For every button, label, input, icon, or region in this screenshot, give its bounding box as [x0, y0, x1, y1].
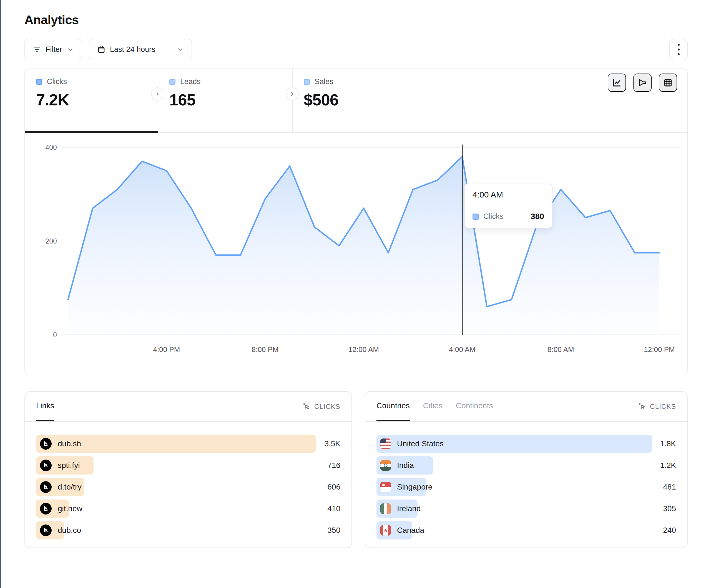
cursor-click-icon	[639, 403, 646, 410]
tooltip-time: 4:00 AM	[465, 184, 552, 205]
dub-logo-icon	[40, 438, 52, 450]
country-row[interactable]: India 1.2K	[376, 456, 676, 475]
sales-legend-square-icon	[304, 79, 310, 85]
country-row[interactable]: Singapore 481	[376, 478, 676, 496]
country-label: India	[397, 461, 414, 470]
y-tick-label: 200	[45, 237, 57, 245]
dub-logo-icon	[40, 481, 52, 493]
tab-links[interactable]: Links	[36, 392, 54, 421]
link-row[interactable]: git.new 410	[36, 499, 340, 518]
clicks-label: Clicks	[47, 77, 67, 86]
links-panel-header: Links CLICKS	[25, 392, 351, 422]
line-chart-view-button[interactable]	[608, 73, 626, 92]
toolbar: Filter Last 24 hours	[24, 39, 688, 60]
link-row[interactable]: dub.co 350	[36, 521, 340, 540]
chevron-down-icon	[177, 46, 184, 53]
y-tick-label: 400	[45, 143, 57, 151]
analytics-page: Analytics Filter Last 24 hours	[0, 0, 711, 548]
clicks-legend-square-icon	[36, 79, 42, 85]
more-options-button[interactable]	[669, 39, 688, 60]
link-clicks-value: 606	[327, 482, 340, 492]
link-clicks-value: 3.5K	[324, 439, 340, 448]
country-clicks-value: 1.8K	[660, 439, 676, 448]
link-label: spti.fyi	[58, 461, 80, 470]
filter-icon	[33, 45, 41, 54]
chevron-down-icon	[67, 46, 74, 53]
leads-value: 165	[169, 90, 292, 109]
country-label: Singapore	[397, 482, 433, 492]
link-row[interactable]: spti.fyi 716	[36, 456, 340, 475]
country-label: Canada	[397, 526, 424, 535]
x-tick-label: 12:00 AM	[348, 345, 379, 354]
countries-list: United States 1.8K India 1.2K Singapore …	[365, 422, 687, 540]
table-view-button[interactable]	[659, 73, 677, 92]
tooltip-series-label: Clicks	[483, 212, 526, 221]
date-range-label: Last 24 hours	[110, 45, 155, 54]
link-clicks-value: 716	[327, 461, 340, 470]
sales-value: $506	[304, 90, 412, 109]
x-tick-label: 8:00 AM	[547, 345, 574, 354]
countries-metric[interactable]: CLICKS	[639, 403, 676, 410]
x-tick-label: 12:00 PM	[644, 345, 675, 354]
dub-logo-icon	[40, 459, 52, 471]
country-label: United States	[397, 439, 444, 448]
link-label: dub.co	[58, 526, 81, 535]
country-label: Ireland	[397, 504, 421, 513]
page-title: Analytics	[24, 13, 688, 27]
tab-clicks[interactable]: Clicks 7.2K	[25, 69, 158, 132]
cursor-click-icon	[303, 403, 311, 410]
chart-view-switcher	[608, 69, 687, 132]
country-clicks-value: 481	[663, 482, 676, 492]
chart-tooltip: 4:00 AM Clicks 380	[464, 184, 553, 228]
x-tick-label: 4:00 PM	[153, 345, 180, 354]
link-clicks-value: 350	[327, 526, 340, 535]
tab-continents[interactable]: Continents	[456, 392, 493, 421]
sales-label: Sales	[315, 77, 333, 86]
tab-leads[interactable]: Leads 165	[158, 69, 292, 132]
link-row[interactable]: dub.sh 3.5K	[36, 435, 340, 453]
link-label: git.new	[58, 504, 83, 513]
dub-logo-icon	[40, 524, 52, 536]
country-row[interactable]: United States 1.8K	[376, 435, 676, 453]
link-label: d.to/try	[58, 482, 82, 492]
x-tick-label: 4:00 AM	[449, 345, 475, 354]
area-fill	[68, 157, 659, 335]
country-clicks-value: 305	[663, 504, 676, 513]
flag-icon	[380, 460, 391, 471]
clicks-area-chart[interactable]: 02004004:00 PM8:00 PM12:00 AM4:00 AM8:00…	[25, 133, 687, 375]
tooltip-value: 380	[531, 212, 544, 221]
left-edge-strip	[0, 0, 1, 588]
country-row[interactable]: Ireland 305	[376, 499, 676, 518]
country-clicks-value: 1.2K	[660, 461, 676, 470]
link-label: dub.sh	[58, 439, 81, 448]
leads-legend-square-icon	[169, 79, 175, 85]
date-range-button[interactable]: Last 24 hours	[89, 39, 192, 60]
countries-panel-header: Countries Cities Continents CLICKS	[365, 392, 687, 422]
analytics-card: Clicks 7.2K Leads 165	[24, 68, 688, 375]
tab-countries[interactable]: Countries	[376, 392, 410, 421]
x-tick-label: 8:00 PM	[252, 345, 279, 354]
flag-icon	[380, 503, 391, 514]
links-panel: Links CLICKS dub.sh 3.5K spti.fyi 716	[24, 391, 352, 548]
flag-icon	[380, 438, 391, 449]
flag-icon	[380, 482, 391, 492]
leads-label: Leads	[180, 77, 201, 86]
country-row[interactable]: Canada 240	[376, 521, 676, 540]
links-metric[interactable]: CLICKS	[303, 403, 340, 410]
tab-cities[interactable]: Cities	[423, 392, 443, 421]
country-clicks-value: 240	[663, 526, 676, 535]
link-clicks-value: 410	[327, 504, 340, 513]
calendar-icon	[97, 45, 106, 54]
filter-button[interactable]: Filter	[24, 39, 82, 60]
countries-panel: Countries Cities Continents CLICKS Unite…	[365, 391, 688, 548]
filter-button-label: Filter	[45, 45, 62, 54]
chart-canvas: 02004004:00 PM8:00 PM12:00 AM4:00 AM8:00…	[25, 133, 688, 375]
clicks-value: 7.2K	[36, 90, 158, 109]
link-row[interactable]: d.to/try 606	[36, 478, 340, 496]
funnel-view-button[interactable]	[633, 73, 652, 92]
tab-sales[interactable]: Sales $506	[293, 69, 412, 132]
tooltip-legend-square-icon	[473, 213, 479, 220]
countries-metric-label: CLICKS	[650, 403, 676, 410]
flag-icon	[380, 525, 391, 536]
links-metric-label: CLICKS	[314, 403, 340, 410]
